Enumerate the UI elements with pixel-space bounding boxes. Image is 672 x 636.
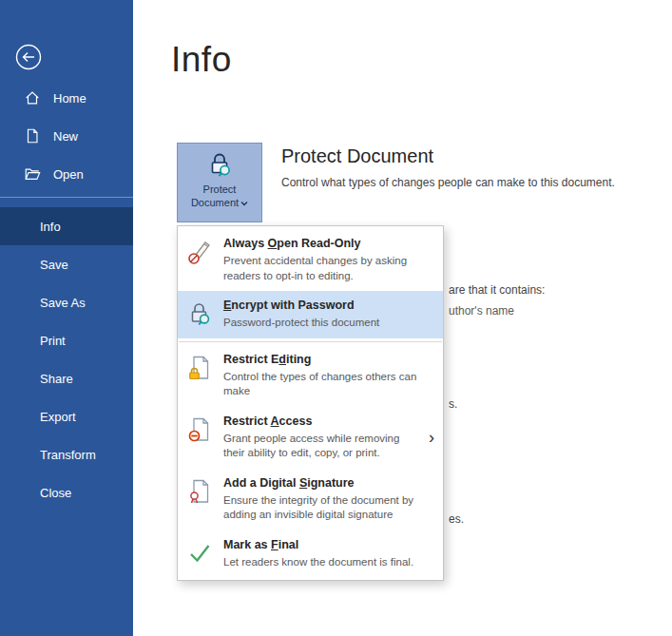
restrict-access-icon (185, 415, 214, 444)
sidebar-item-export[interactable]: Export (0, 397, 133, 435)
sidebar-item-info[interactable]: Info (0, 207, 133, 245)
home-icon (23, 88, 42, 107)
sidebar-item-save-as[interactable]: Save As (0, 283, 133, 321)
menu-item-description: Ensure the integrity of the document by … (223, 493, 417, 523)
menu-item-description: Control the types of changes others can … (223, 370, 417, 399)
background-text-fragment: s. (449, 397, 457, 411)
sidebar-divider (0, 197, 133, 198)
digital-signature-icon (185, 477, 214, 506)
protect-document-heading: Protect Document (281, 145, 433, 167)
protect-document-button[interactable]: Protect Document (177, 143, 262, 222)
menu-item-description: Let readers know the document is final. (223, 555, 417, 570)
page-title: Info (171, 40, 232, 80)
menu-item-encrypt-with-password[interactable]: Encrypt with Password Password-protect t… (178, 291, 443, 338)
sidebar-item-print[interactable]: Print (0, 321, 133, 359)
menu-item-always-open-read-only[interactable]: Always Open Read-Only Prevent accidental… (178, 229, 443, 291)
menu-item-description: Grant people access while removing their… (223, 432, 417, 461)
sidebar-item-save[interactable]: Save (0, 245, 133, 283)
protect-document-menu: Always Open Read-Only Prevent accidental… (177, 225, 444, 581)
menu-item-title: Encrypt with Password (223, 299, 417, 313)
back-button[interactable] (15, 44, 42, 70)
sidebar-top-group: Home New Open (0, 79, 133, 193)
menu-item-title: Restrict Editing (223, 353, 417, 367)
word-backstage-info: Home New Open Info Save Save As Print Sh… (0, 0, 672, 636)
protect-tile-label: Protect Document (191, 183, 248, 209)
menu-item-mark-as-final[interactable]: Mark as Final Let readers know the docum… (178, 530, 443, 578)
open-folder-icon (23, 164, 42, 183)
backstage-sidebar: Home New Open Info Save Save As Print Sh… (0, 0, 133, 636)
menu-item-restrict-editing[interactable]: Restrict Editing Control the types of ch… (178, 345, 443, 407)
sidebar-item-label: Open (53, 167, 84, 182)
menu-item-description: Prevent accidental changes by asking rea… (223, 254, 417, 283)
read-only-pencil-icon (185, 238, 214, 266)
menu-item-title: Always Open Read-Only (223, 237, 417, 251)
sidebar-item-close[interactable]: Close (0, 473, 133, 511)
background-text-fragment: are that it contains: (449, 283, 545, 297)
protect-document-description: Control what types of changes people can… (281, 176, 615, 189)
sidebar-item-transform[interactable]: Transform (0, 435, 133, 473)
background-text-fragment: uthor's name (449, 304, 514, 318)
menu-item-title: Mark as Final (223, 538, 417, 552)
sidebar-item-label: New (53, 129, 78, 144)
menu-item-restrict-access[interactable]: Restrict Access Grant people access whil… (178, 407, 443, 469)
menu-item-description: Password-protect this document (223, 316, 417, 331)
sidebar-item-new[interactable]: New (0, 117, 133, 155)
menu-item-title: Restrict Access (223, 414, 417, 429)
back-arrow-icon (15, 44, 42, 70)
menu-item-add-digital-signature[interactable]: Add a Digital Signature Ensure the integ… (178, 469, 443, 530)
encrypt-password-icon (185, 299, 214, 328)
submenu-arrow-icon: › (429, 429, 437, 446)
sidebar-item-share[interactable]: Share (0, 359, 133, 397)
menu-item-title: Add a Digital Signature (223, 476, 417, 491)
sidebar-item-label: Home (53, 91, 86, 106)
new-document-icon (23, 126, 42, 145)
sidebar-item-home[interactable]: Home (0, 79, 133, 117)
restrict-editing-icon (185, 354, 214, 382)
protect-document-lock-icon (205, 150, 234, 179)
background-text-fragment: es. (449, 512, 464, 526)
sidebar-main-group: Info Save Save As Print Share Export Tra… (0, 207, 133, 511)
menu-separator (179, 341, 442, 342)
chevron-down-icon (240, 196, 248, 209)
mark-final-icon (185, 539, 214, 568)
sidebar-item-open[interactable]: Open (0, 155, 133, 193)
